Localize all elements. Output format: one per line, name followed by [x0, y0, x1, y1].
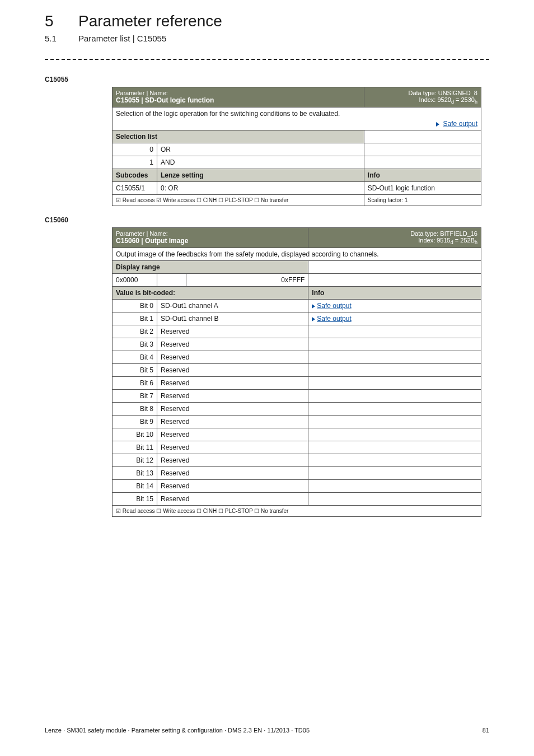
bit-label: Bit 13 — [113, 467, 157, 480]
table-row: Bit 2Reserved — [113, 325, 481, 338]
bit-info — [308, 493, 481, 506]
table-row: Bit 13Reserved — [113, 467, 481, 480]
table-header-right: Data type: BITFIELD_16 Index: 9515d = 25… — [308, 228, 481, 248]
table-row: 1 AND — [113, 156, 481, 169]
scaling-factor: Scaling factor: 1 — [364, 195, 481, 206]
empty-cell — [364, 156, 481, 169]
subsection-number: 5.1 — [45, 34, 78, 43]
table-row: Bit 9Reserved — [113, 416, 481, 428]
empty-cell — [308, 261, 481, 274]
table-row: Bit 12Reserved — [113, 454, 481, 467]
table-row: Bit 3Reserved — [113, 338, 481, 351]
bit-desc: Reserved — [157, 428, 308, 441]
table-row: Bit 14Reserved — [113, 480, 481, 493]
table-c15055: Parameter | Name: C15055 | SD-Out logic … — [112, 87, 481, 206]
table-description: Selection of the logic operation for the… — [113, 108, 481, 130]
range-max: 0xFFFF — [186, 274, 308, 287]
page-number: 81 — [483, 727, 489, 734]
info-header: Info — [364, 169, 481, 182]
bit-label: Bit 10 — [113, 428, 157, 441]
divider-dashed — [45, 59, 489, 60]
bit-label: Bit 15 — [113, 493, 157, 506]
bit-info — [308, 441, 481, 454]
bit-desc: Reserved — [157, 416, 308, 428]
triangle-icon — [312, 304, 315, 309]
bit-desc: Reserved — [157, 351, 308, 364]
table-row: 0 OR — [113, 143, 481, 156]
safe-output-link[interactable]: Safe output — [317, 302, 351, 310]
table-row: Bit 11Reserved — [113, 441, 481, 454]
table-row: C15055/1 0: OR SD-Out1 logic function — [113, 182, 481, 195]
bit-label: Bit 9 — [113, 416, 157, 428]
bit-info — [308, 416, 481, 428]
data-type: Data type: UNSIGNED_8 — [409, 90, 478, 96]
table-description: Output image of the feedbacks from the s… — [113, 248, 481, 261]
display-range-header: Display range — [113, 261, 308, 274]
safe-output-link[interactable]: Safe output — [317, 315, 351, 323]
bit-info — [308, 325, 481, 338]
bit-info — [308, 467, 481, 480]
table-row: Bit 6Reserved — [113, 377, 481, 390]
table-header-left: Parameter | Name: C15060 | Output image — [113, 228, 308, 248]
bit-label: Bit 1 — [113, 312, 157, 325]
subcode: C15055/1 — [113, 182, 157, 195]
lenze-setting: 0: OR — [157, 182, 364, 195]
triangle-icon — [312, 317, 315, 321]
bit-label: Bit 2 — [113, 325, 157, 338]
lenze-setting-header: Lenze setting — [157, 169, 364, 182]
bit-info — [308, 364, 481, 377]
page-footer: Lenze · SM301 safety module · Parameter … — [0, 727, 534, 734]
table-row: Bit 10Reserved — [113, 428, 481, 441]
section-number: 5 — [45, 12, 78, 30]
triangle-icon — [436, 122, 439, 127]
bit-desc: Reserved — [157, 454, 308, 467]
bit-info — [308, 390, 481, 403]
access-flags: ☑ Read access ☑ Write access ☐ CINH ☐ PL… — [113, 195, 364, 206]
table-row: Bit 0SD-Out1 channel ASafe output — [113, 300, 481, 312]
bitcoded-header: Value is bit-coded: — [113, 287, 308, 300]
bit-desc: SD-Out1 channel A — [157, 300, 308, 312]
table-row: Bit 4Reserved — [113, 351, 481, 364]
bit-label: Bit 5 — [113, 364, 157, 377]
sel-val: OR — [157, 143, 364, 156]
bit-desc: Reserved — [157, 467, 308, 480]
subsection-title: Parameter list | C15055 — [78, 34, 166, 43]
table-row: Bit 5Reserved — [113, 364, 481, 377]
table-header-left: Parameter | Name: C15055 | SD-Out logic … — [113, 87, 364, 108]
table-row: Bit 15Reserved — [113, 493, 481, 506]
bit-desc: Reserved — [157, 403, 308, 416]
param-name-label: Parameter | Name: — [116, 90, 168, 96]
param-name-value: C15055 | SD-Out logic function — [116, 96, 214, 104]
safe-output-link[interactable]: Safe output — [443, 120, 477, 128]
empty-cell — [364, 143, 481, 156]
table-row: Bit 1SD-Out1 channel BSafe output — [113, 312, 481, 325]
bit-info — [308, 377, 481, 390]
sel-num: 0 — [113, 143, 157, 156]
bit-info — [308, 454, 481, 467]
empty-cell — [157, 274, 186, 287]
table-header-right: Data type: UNSIGNED_8 Index: 9520d = 253… — [364, 87, 481, 108]
bit-label: Bit 7 — [113, 390, 157, 403]
range-min: 0x0000 — [113, 274, 157, 287]
page-header: 5 Parameter reference — [45, 0, 489, 30]
page-subheader: 5.1 Parameter list | C15055 — [45, 30, 489, 43]
bit-info — [308, 351, 481, 364]
bit-info — [308, 428, 481, 441]
footer-text: Lenze · SM301 safety module · Parameter … — [45, 727, 310, 734]
bit-desc: Reserved — [157, 338, 308, 351]
data-type: Data type: BITFIELD_16 — [410, 230, 477, 237]
table-c15060: Parameter | Name: C15060 | Output image … — [112, 227, 481, 517]
bit-label: Bit 8 — [113, 403, 157, 416]
bit-label: Bit 0 — [113, 300, 157, 312]
bit-info — [308, 338, 481, 351]
bit-label: Bit 11 — [113, 441, 157, 454]
access-flags: ☑ Read access ☐ Write access ☐ CINH ☐ PL… — [113, 506, 481, 517]
bit-info: Safe output — [308, 312, 481, 325]
bit-desc: Reserved — [157, 377, 308, 390]
subcodes-header: Subcodes — [113, 169, 157, 182]
param-heading-c15060: C15060 — [45, 216, 489, 224]
bit-desc: Reserved — [157, 325, 308, 338]
bit-label: Bit 4 — [113, 351, 157, 364]
bit-label: Bit 6 — [113, 377, 157, 390]
selection-list-header: Selection list — [113, 130, 364, 143]
